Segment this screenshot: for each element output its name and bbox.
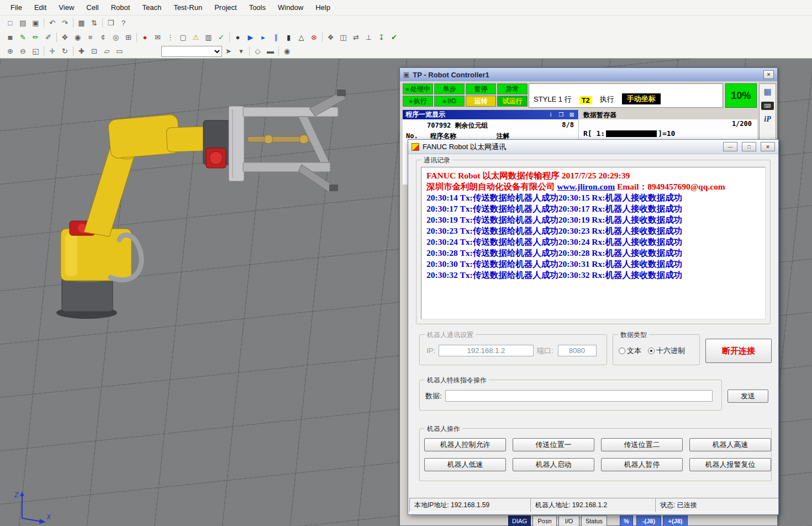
menu-teach[interactable]: Teach	[136, 1, 167, 14]
port-input[interactable]	[558, 345, 597, 356]
cell-browser-icon[interactable]: ▦	[75, 17, 88, 29]
front-view-icon[interactable]: ▱	[101, 45, 113, 57]
io-interconnect-icon[interactable]: ⇄	[350, 31, 362, 43]
top-view-icon[interactable]: ⊡	[88, 45, 101, 57]
menu-test-run[interactable]: Test-Run	[167, 1, 208, 14]
teach-pencil-icon[interactable]: ✎	[17, 31, 29, 43]
diag-key[interactable]: DIAG	[508, 516, 531, 526]
new-file-icon[interactable]: □	[4, 17, 17, 29]
company-link[interactable]: www.jliron.com	[557, 182, 615, 191]
radio-hex-option[interactable]: 十六进制	[648, 346, 685, 356]
menu-file[interactable]: File	[4, 1, 28, 14]
io-panel-icon[interactable]: ▥	[202, 31, 215, 43]
coordinate-display-icon[interactable]: ¢	[97, 31, 109, 43]
center-view-icon[interactable]: ✚	[75, 45, 88, 57]
work-envelope-icon[interactable]: ⊞	[122, 31, 135, 43]
mail-icon[interactable]: ✉	[151, 31, 164, 43]
checklist-icon[interactable]: ✓	[215, 31, 228, 43]
zoom-window-icon[interactable]: ◱	[29, 45, 42, 57]
disconnect-button[interactable]: 断开连接	[705, 339, 772, 363]
menu-help[interactable]: Help	[309, 1, 336, 14]
profiler-icon[interactable]: ❖	[324, 31, 337, 43]
register-row-1[interactable]: R[ 1: ]=10	[579, 129, 757, 138]
side-view-icon[interactable]: ▭	[113, 45, 126, 57]
posn-key[interactable]: Posn	[532, 516, 557, 526]
close-button[interactable]: ✕	[761, 142, 775, 151]
tp-close-button[interactable]: ✕	[763, 70, 774, 79]
estop-icon[interactable]: ●	[139, 31, 151, 43]
radio-text-option[interactable]: 文本	[619, 346, 641, 356]
jog-minus-j8-key[interactable]: -(J8)	[636, 516, 661, 526]
panel-grid-icon[interactable]: ▦	[763, 87, 771, 97]
send-position-2-button[interactable]: 传送位置二	[601, 438, 683, 451]
dialog-title-bar[interactable]: FANUC Robot 以太网通讯 — □ ✕	[408, 140, 778, 154]
orbit-icon[interactable]: ↻	[59, 45, 71, 57]
menu-edit[interactable]: Edit	[28, 1, 52, 14]
command-data-input[interactable]	[445, 390, 713, 402]
eject-icon[interactable]: △	[295, 31, 308, 43]
jog-coordinates-icon[interactable]: ✥	[59, 31, 71, 43]
robot-properties-icon[interactable]: ◙	[4, 31, 17, 43]
io-key[interactable]: I/O	[558, 516, 579, 526]
minimize-button[interactable]: —	[723, 142, 737, 151]
ruler-icon[interactable]: ▬	[264, 45, 277, 57]
menu-robot[interactable]: Robot	[105, 1, 136, 14]
save-icon[interactable]: ▣	[29, 17, 42, 29]
zoom-out-icon[interactable]: ⊖	[17, 45, 29, 57]
caret-down-icon[interactable]: ▾	[235, 45, 247, 57]
ip-input[interactable]	[439, 345, 534, 356]
zoom-in-icon[interactable]: ⊕	[4, 45, 17, 57]
target-tool-icon[interactable]: ◎	[109, 31, 122, 43]
pendant-icon[interactable]: ▢	[177, 31, 189, 43]
menu-tools[interactable]: Tools	[243, 1, 272, 14]
percent-key[interactable]: %	[620, 516, 633, 526]
abort-icon[interactable]: ⊗	[308, 31, 320, 43]
robot-low-speed-button[interactable]: 机器人低速	[424, 458, 506, 471]
menu-view[interactable]: View	[52, 1, 80, 14]
jog-plus-j8-key[interactable]: +(J8)	[663, 516, 688, 526]
alarm-icon[interactable]: ⚠	[189, 31, 202, 43]
robot-start-button[interactable]: 机器人启动	[513, 458, 594, 471]
open-folder-icon[interactable]: ▤	[17, 17, 29, 29]
undo-icon[interactable]: ↶	[46, 17, 59, 29]
help-icon[interactable]: ?	[117, 17, 130, 29]
confirm-icon[interactable]: ✔	[388, 31, 400, 43]
wireframe-icon[interactable]: ◇	[251, 45, 264, 57]
robot-alarm-reset-button[interactable]: 机器人报警复位	[689, 458, 771, 471]
select-tool-icon[interactable]: ➤	[222, 45, 235, 57]
info-icon[interactable]: i	[547, 112, 555, 118]
menu-cell[interactable]: Cell	[80, 1, 104, 14]
keyboard-icon[interactable]: ⌨	[761, 102, 774, 110]
cascade-window-icon[interactable]: ❒	[557, 112, 565, 118]
pan-icon[interactable]: ✛	[46, 45, 59, 57]
measure-pencil-icon[interactable]: ✐	[42, 31, 55, 43]
pause-icon[interactable]: ∥	[270, 31, 282, 43]
maximize-button[interactable]: □	[742, 142, 756, 151]
tp-title-bar[interactable]: ▣ TP - Robot Controller1 ✕	[400, 68, 777, 81]
step-icon[interactable]: ▸	[257, 31, 270, 43]
comm-log-area[interactable]: FANUC Robot 以太网数据传输程序 2017/7/25 20:29:39…	[421, 167, 766, 319]
cad-pencil-icon[interactable]: ✏	[29, 31, 42, 43]
close-pane-icon[interactable]: ⊠	[568, 112, 576, 118]
more-options-icon[interactable]: ⋮	[164, 31, 177, 43]
one-line-display-icon[interactable]: ≡	[84, 31, 97, 43]
menu-project[interactable]: Project	[208, 1, 242, 14]
sort-order-icon[interactable]: ⇅	[88, 17, 101, 29]
menu-window[interactable]: Window	[272, 1, 309, 14]
eye-preview-icon[interactable]: ◉	[71, 31, 84, 43]
send-position-1-button[interactable]: 传送位置一	[513, 438, 594, 451]
split-view-icon[interactable]: ◫	[337, 31, 350, 43]
screen-package-icon[interactable]: ❒	[104, 17, 117, 29]
mount-tool-icon[interactable]: ⊥	[362, 31, 375, 43]
robot-control-enable-button[interactable]: 机器人控制允许	[424, 438, 506, 451]
view-preset-select[interactable]	[161, 46, 222, 57]
record-icon[interactable]: ●	[231, 31, 244, 43]
redo-icon[interactable]: ↷	[59, 17, 71, 29]
export-icon[interactable]: ↧	[375, 31, 388, 43]
stop-icon[interactable]: ▮	[282, 31, 295, 43]
play-icon[interactable]: ▶	[244, 31, 257, 43]
status-key[interactable]: Status	[581, 516, 607, 526]
robot-high-speed-button[interactable]: 机器人高速	[689, 438, 771, 451]
send-button[interactable]: 发送	[727, 390, 768, 403]
mouse-mode-icon[interactable]: ◉	[281, 45, 293, 57]
